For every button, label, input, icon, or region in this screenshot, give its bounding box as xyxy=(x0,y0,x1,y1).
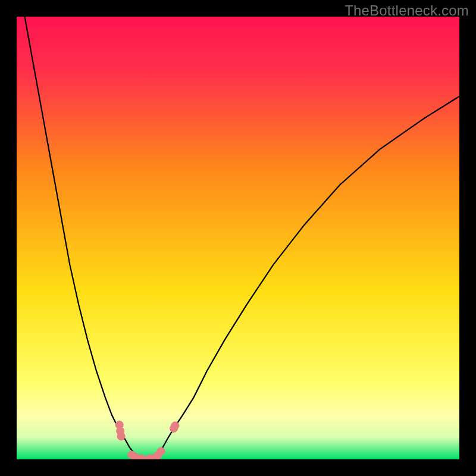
curve-layer xyxy=(17,17,459,459)
data-marker xyxy=(171,422,179,430)
left-curve xyxy=(17,17,140,459)
right-curve xyxy=(154,96,459,459)
data-marker xyxy=(157,447,165,455)
figure-canvas: TheBottleneck.com xyxy=(0,0,476,476)
data-marker xyxy=(117,433,125,440)
plot-area xyxy=(17,17,459,459)
watermark-text: TheBottleneck.com xyxy=(345,2,469,19)
